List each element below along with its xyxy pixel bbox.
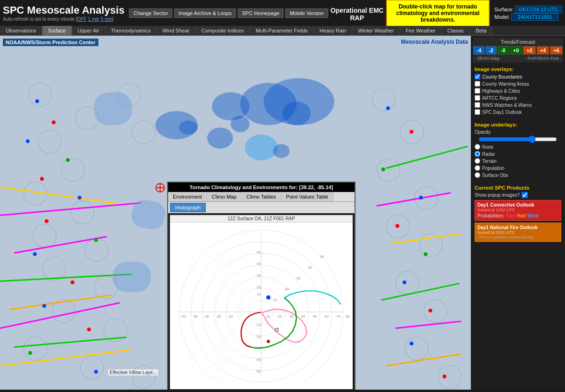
svg-text:60: 60 (324, 314, 329, 319)
nav-button-spc-homepage[interactable]: SPC Homepage (238, 8, 284, 18)
wx-station (403, 280, 406, 284)
trend-btn-plus2[interactable]: +2 (523, 46, 536, 55)
svg-text:30: 30 (257, 273, 261, 278)
wx-station (424, 252, 428, 256)
overlay-label-nws-watches[interactable]: NWS Watches & Warns (482, 103, 532, 108)
precip-blob (245, 135, 278, 160)
app-title: SPC Mesoscale Analysis (3, 4, 124, 16)
precip-blob (264, 78, 334, 125)
wind-circle (38, 130, 61, 153)
trend-btn-minus2[interactable]: -2 (485, 46, 497, 55)
tab-beta[interactable]: Beta (470, 26, 492, 35)
overlay-checkbox-spc-outlook[interactable] (475, 109, 480, 115)
underlay-radio-population[interactable] (475, 165, 480, 171)
overlay-label-county-warning[interactable]: County Warning Areas (482, 81, 529, 87)
autorefresh-5min-link[interactable]: 5 min (101, 16, 112, 22)
precip-blob (179, 120, 198, 135)
trend-btn-minus0[interactable]: -0 (498, 46, 509, 55)
product-title: Day1 National Fire Outlook (477, 225, 558, 230)
wx-station (386, 106, 390, 110)
wind-circle (396, 271, 419, 295)
tab-fire-weather[interactable]: Fire Weather (400, 26, 442, 35)
underlay-label-surface-obs[interactable]: Surface Obs (482, 173, 508, 178)
overlay-checkbox-nws-watches[interactable] (475, 102, 480, 108)
svg-point-37 (266, 295, 271, 300)
popup-tab-climo-tables[interactable]: Climo Tables (242, 192, 281, 201)
trend-btn-plus0[interactable]: +0 (510, 46, 523, 55)
underlay-radio-surface-obs[interactable] (475, 172, 480, 178)
svg-text:50: 50 (313, 314, 317, 319)
opacity-slider[interactable] (479, 136, 557, 143)
tab-multi-parameter-fields[interactable]: Multi-Parameter Fields (250, 26, 314, 35)
product-note: This list updates automatically. (477, 235, 558, 240)
wx-station (410, 342, 413, 345)
product-card-fire[interactable]: Day1 National Fire OutlookIssued at 0051… (475, 223, 561, 242)
underlay-label-population[interactable]: Population (482, 166, 504, 171)
hodograph-popup: Tornado Climatology and Environments for… (167, 182, 355, 390)
tab-observations[interactable]: Observations (0, 26, 42, 35)
nav-button-change-sector[interactable]: Change Sector (129, 8, 172, 18)
autorefresh-off-link[interactable]: OFF (77, 16, 87, 22)
image-underlays-section: Image underlays: Opacity NoneRadarTerrai… (473, 120, 563, 181)
overlays-list: County BoundariesCounty Warning AreasHig… (475, 74, 561, 115)
svg-text:20: 20 (217, 314, 221, 319)
overlay-label-highways[interactable]: Highways & Cities (482, 88, 520, 94)
underlay-label-none[interactable]: None (482, 144, 493, 150)
autorefresh-1min-link[interactable]: 1 min (88, 16, 99, 22)
show-popup-checkbox[interactable] (522, 192, 528, 198)
underlay-label-terrain[interactable]: Terrain (482, 159, 497, 164)
overlay-checkbox-county-boundaries[interactable] (475, 74, 480, 80)
svg-text:50: 50 (257, 369, 261, 374)
underlay-radio-terrain[interactable] (475, 158, 480, 164)
nav-button-image-archive-&-loops[interactable]: Image Archive & Loops (174, 8, 236, 18)
overlay-label-county-boundaries[interactable]: County Boundaries (482, 74, 522, 80)
popup-tab-point-values-table[interactable]: Point Values Table (281, 192, 333, 201)
map-background[interactable]: NOAA/NWS/Storm Prediction Center Mesosca… (0, 36, 471, 390)
trend-btn-minus4[interactable]: -4 (473, 46, 484, 55)
product-card-convective[interactable]: Day1 Convective OutlookIssued at 1252 UT… (475, 200, 561, 221)
tab-composite-indices[interactable]: Composite Indices (195, 26, 250, 35)
wx-station (52, 120, 56, 124)
model-value: 240417111001 (511, 13, 558, 21)
popup-tab-environment[interactable]: Environment (168, 192, 207, 201)
overlay-checkbox-county-warning[interactable] (475, 81, 480, 87)
surface-model-block: Surface: 04/17/24 13 UTC Model: 24041711… (494, 6, 562, 21)
overlay-checkbox-artcc[interactable] (475, 95, 480, 101)
nav-button-mobile-version[interactable]: Mobile Version (285, 8, 328, 18)
svg-text:70: 70 (336, 314, 340, 319)
svg-text:30: 30 (205, 314, 210, 319)
wind-circle (132, 120, 155, 144)
overlay-checkbox-highways[interactable] (475, 88, 480, 94)
svg-text:20: 20 (257, 335, 261, 339)
tab-surface[interactable]: Surface (42, 26, 72, 35)
product-probs: Probabilities: Torn Hail Wind (477, 213, 558, 218)
trend-btn-plus4[interactable]: +4 (537, 46, 549, 55)
tab-classic[interactable]: Classic (442, 26, 470, 35)
tab-wind-shear[interactable]: Wind Shear (157, 26, 195, 35)
tab-thermodynamics[interactable]: Thermodynamics (105, 26, 157, 35)
svg-point-38 (266, 340, 270, 344)
hodograph-tab-button[interactable]: Hodograph (170, 203, 206, 212)
hodograph-svg: 10 20 30 40 50 50 40 30 20 10 10 (170, 223, 353, 383)
wind-circle (372, 88, 396, 111)
trends-buttons-row: -4-2-0+0+2+4+6 (475, 46, 561, 55)
svg-text:50: 50 (320, 255, 324, 259)
hodograph-chart-area: 12Z Surface OA, 11Z F001 RAP (170, 215, 353, 389)
overlay-label-spc-outlook[interactable]: SPC Day1 Outlook (482, 110, 522, 115)
tab-upper-air[interactable]: Upper Air (72, 26, 105, 35)
product-issued: Issued at 1252 UTC (477, 208, 558, 212)
overlay-label-artcc[interactable]: ARTCC Regions (482, 96, 517, 101)
underlay-radio-none[interactable] (475, 144, 480, 150)
popup-tab-climo-map[interactable]: Climo Map (207, 192, 242, 201)
map-area[interactable]: NOAA/NWS/Storm Prediction Center Mesosca… (0, 36, 471, 390)
tab-winter-weather[interactable]: Winter Weather (352, 26, 400, 35)
spc-products-section: Current SPC Products Show popup images? … (473, 183, 563, 246)
svg-text:40: 40 (308, 265, 312, 270)
tab-heavy-rain[interactable]: Heavy Rain (314, 26, 353, 35)
trend-btn-plus6[interactable]: +6 (550, 46, 563, 55)
underlay-radio-radar[interactable] (475, 151, 480, 157)
underlay-label-radar[interactable]: Radar (482, 152, 495, 157)
noaa-label: NOAA/NWS/Storm Prediction Center (3, 39, 98, 46)
sfcoa-label: - SfcOA Diag - (475, 56, 502, 61)
svg-text:10: 10 (257, 292, 261, 296)
